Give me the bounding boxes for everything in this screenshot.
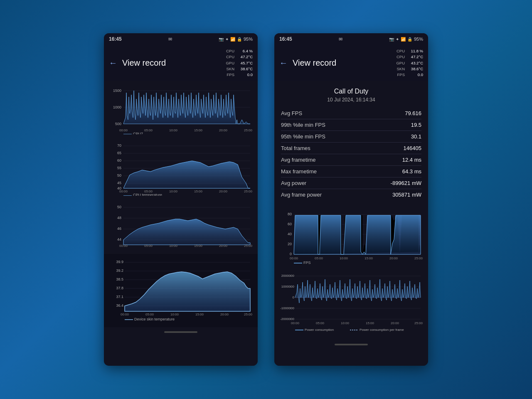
svg-text:05:00: 05:00 — [144, 128, 153, 132]
chart-gpu-temp: 50 48 46 44 00:00 05:00 10:00 15:00 20:0… — [104, 200, 258, 252]
stat-val-avg-power: -899621 mW — [391, 180, 421, 186]
wifi-icon-r: 📶 — [401, 37, 406, 42]
cpu7-svg: 1500 1000 500 00:00 05:00 10:00 — [109, 84, 253, 134]
back-button-left[interactable]: ← — [109, 58, 117, 68]
stat-name-avg-power: Avg power — [281, 180, 306, 186]
svg-text:00:00: 00:00 — [119, 190, 128, 193]
stat-name-avg-ft: Avg frametime — [281, 157, 316, 163]
svg-text:48: 48 — [117, 216, 121, 220]
page-title-right: View record — [293, 58, 396, 68]
back-button-right[interactable]: ← — [279, 58, 288, 68]
svg-text:65: 65 — [117, 151, 121, 155]
game-date: 10 Jul 2024, 16:14:34 — [274, 97, 428, 103]
svg-text:2000000: 2000000 — [281, 274, 295, 278]
svg-text:36.4: 36.4 — [116, 303, 123, 308]
svg-text:37.1: 37.1 — [116, 295, 123, 299]
svg-text:1000000: 1000000 — [281, 285, 295, 288]
svg-text:25:00: 25:00 — [414, 321, 423, 325]
notification-icon-right: ✉ — [339, 37, 342, 42]
svg-text:05:00: 05:00 — [316, 321, 325, 325]
skin-temp-svg: 39.9 39.2 38.5 37.8 37.1 36.4 00:00 05:0… — [109, 257, 253, 324]
svg-text:Power consumption per frame: Power consumption per frame — [360, 328, 404, 332]
stat-name-avg-fps: Avg FPS — [281, 110, 302, 116]
stat-name-frame-power: Avg frame power — [281, 192, 322, 198]
header-left: ← View record CPU6.4 % CPU47.2°C GPU45.7… — [104, 45, 258, 81]
lock-icon-r: 🔒 — [407, 37, 412, 42]
fps-svg: 80 60 40 20 0 00:00 05:00 10:00 — [279, 210, 423, 264]
scroll-indicator-right — [335, 344, 368, 345]
svg-text:Power consumption: Power consumption — [305, 328, 334, 332]
notification-icon-left: ✉ — [168, 37, 172, 42]
svg-text:60: 60 — [117, 158, 121, 163]
svg-text:15:00: 15:00 — [365, 256, 373, 260]
svg-text:25:00: 25:00 — [244, 313, 253, 316]
svg-text:CPU temperature: CPU temperature — [133, 193, 162, 196]
battery-text-right: 95% — [414, 37, 423, 42]
svg-text:10:00: 10:00 — [169, 190, 178, 193]
camera-icon: 📷 — [219, 37, 224, 42]
bluetooth-icon: ✦ — [225, 37, 229, 42]
svg-text:20:00: 20:00 — [219, 244, 228, 248]
svg-text:10:00: 10:00 — [341, 321, 350, 325]
right-phone: 16:45 ✉ 📷 ✦ 📶 🔒 95% ← View record CPU11.… — [274, 33, 428, 366]
header-stats-left: CPU6.4 % CPU47.2°C GPU45.7°C SKN38.6°C F… — [226, 48, 253, 78]
svg-text:25:00: 25:00 — [244, 190, 253, 193]
svg-text:1000: 1000 — [113, 105, 121, 109]
content-right: Call of Duty 10 Jul 2024, 16:14:34 Avg F… — [274, 81, 428, 366]
svg-text:15:00: 15:00 — [195, 313, 204, 316]
status-icons-right: 📷 ✦ 📶 🔒 95% — [389, 37, 423, 42]
svg-text:-2000000: -2000000 — [280, 317, 294, 321]
status-icons-left: 📷 ✦ 📶 🔒 95% — [219, 37, 253, 42]
svg-text:25:00: 25:00 — [244, 128, 253, 132]
cpu-temp-svg: 70 65 60 55 50 45 40 00:00 05:00 10:00 — [109, 142, 253, 196]
scroll-indicator-left — [164, 331, 197, 333]
svg-text:05:00: 05:00 — [144, 244, 153, 248]
stat-val-avg-ft: 12.4 ms — [402, 157, 421, 163]
svg-text:20:00: 20:00 — [389, 256, 398, 260]
stat-name-99: 99th %ile min FPS — [281, 122, 325, 128]
svg-text:15:00: 15:00 — [194, 128, 203, 132]
svg-text:70: 70 — [117, 143, 121, 148]
svg-text:20:00: 20:00 — [219, 190, 228, 193]
svg-text:40: 40 — [288, 232, 292, 236]
svg-text:10:00: 10:00 — [340, 256, 348, 260]
status-bar-right: 16:45 ✉ 📷 ✦ 📶 🔒 95% — [274, 33, 428, 45]
status-time-left: 16:45 — [109, 36, 122, 42]
svg-text:39.9: 39.9 — [116, 260, 123, 264]
chart-skin-temp: 39.9 39.2 38.5 37.8 37.1 36.4 00:00 05:0… — [104, 254, 258, 327]
svg-text:25:00: 25:00 — [244, 244, 253, 248]
svg-text:80: 80 — [288, 212, 292, 216]
stat-row-avg-fps: Avg FPS 79.616 — [281, 108, 421, 119]
chart-fps: 80 60 40 20 0 00:00 05:00 10:00 — [274, 207, 428, 268]
stat-val-frame-power: 305871 mW — [392, 192, 421, 198]
svg-text:00:00: 00:00 — [291, 321, 300, 325]
stat-row-avg-ft: Avg frametime 12.4 ms — [281, 154, 421, 166]
lock-icon: 🔒 — [237, 37, 242, 42]
stat-name-frames: Total frames — [281, 145, 310, 151]
svg-text:50: 50 — [117, 173, 121, 177]
svg-text:Device skin temperature: Device skin temperature — [134, 317, 175, 321]
stat-row-frames: Total frames 146405 — [281, 143, 421, 154]
stat-val-95: 30.1 — [411, 133, 421, 140]
svg-text:CPU7: CPU7 — [133, 132, 143, 134]
wifi-icon: 📶 — [230, 37, 235, 42]
stats-table: Avg FPS 79.616 99th %ile min FPS 19.5 95… — [274, 108, 428, 200]
battery-text-left: 95% — [244, 37, 253, 42]
svg-text:0: 0 — [290, 252, 292, 256]
svg-text:50: 50 — [117, 205, 121, 209]
stat-name-95: 95th %ile min FPS — [281, 133, 325, 140]
svg-text:10:00: 10:00 — [170, 313, 179, 316]
stat-val-max-ft: 64.3 ms — [402, 168, 421, 175]
camera-icon-r: 📷 — [389, 37, 394, 42]
svg-text:0: 0 — [293, 296, 295, 299]
svg-text:1500: 1500 — [113, 89, 121, 93]
svg-text:15:00: 15:00 — [194, 190, 203, 193]
status-time-right: 16:45 — [279, 36, 292, 42]
svg-text:00:00: 00:00 — [119, 244, 128, 248]
game-title: Call of Duty — [274, 81, 428, 97]
content-left: 1500 1000 500 00:00 05:00 10:00 — [104, 81, 258, 366]
svg-text:37.8: 37.8 — [116, 286, 123, 290]
svg-text:00:00: 00:00 — [290, 256, 298, 260]
svg-text:15:00: 15:00 — [194, 244, 203, 248]
svg-text:20:00: 20:00 — [220, 313, 229, 316]
